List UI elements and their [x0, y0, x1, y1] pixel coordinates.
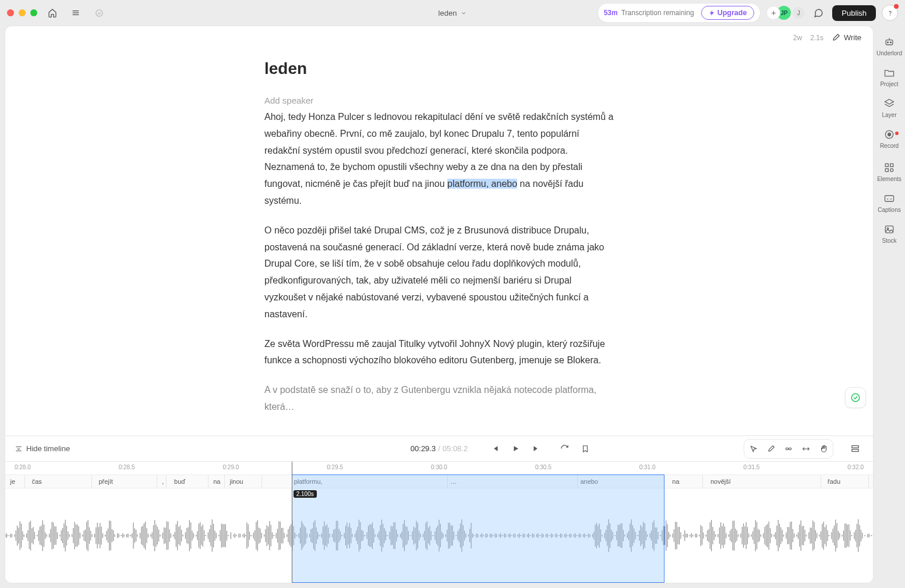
timeline-word[interactable]: jinou: [227, 475, 262, 488]
home-icon[interactable]: [44, 5, 61, 21]
chat-icon[interactable]: [810, 5, 826, 21]
avatar[interactable]: J: [793, 7, 804, 19]
ruler-tick: 0:30.5: [535, 464, 552, 470]
help-button[interactable]: [882, 5, 898, 21]
timeline-word[interactable]: novější: [708, 475, 821, 488]
bookmark-button[interactable]: [577, 440, 594, 458]
hand-tool[interactable]: [815, 441, 832, 457]
transcription-remaining-pill: 53m Transcription remaining Upgrade: [598, 3, 761, 23]
layout-toggle[interactable]: [846, 440, 864, 458]
timeline-selection[interactable]: 2.100s: [292, 474, 665, 583]
page-title[interactable]: leden: [264, 59, 614, 78]
timeline-word[interactable]: na: [670, 475, 703, 488]
timeline-word[interactable]: řadu: [825, 475, 869, 488]
skip-forward-button[interactable]: [528, 440, 545, 458]
svg-point-14: [888, 42, 889, 43]
time-display: 00:29.3 / 05:08.2: [411, 444, 468, 453]
ruler-tick: 0:28.0: [15, 464, 31, 470]
skip-back-button[interactable]: [486, 440, 503, 458]
playhead[interactable]: [292, 462, 292, 583]
close-window-icon[interactable]: [7, 9, 14, 16]
total-time: 05:08.2: [443, 444, 468, 453]
minimize-window-icon[interactable]: [19, 9, 26, 16]
blade-tool[interactable]: [763, 441, 779, 457]
range-tool[interactable]: [798, 441, 814, 457]
svg-rect-20: [890, 164, 893, 167]
timeline-ruler[interactable]: 0:28.00:28.50:29.00:29.50:30.00:30.50:31…: [5, 462, 873, 474]
transcription-minutes: 53m: [604, 9, 618, 17]
ruler-tick: 0:31.5: [743, 464, 759, 470]
fullscreen-window-icon[interactable]: [30, 9, 37, 16]
publish-button[interactable]: Publish: [832, 5, 876, 21]
timeline-word[interactable]: buď: [172, 475, 208, 488]
svg-point-18: [888, 133, 891, 136]
add-speaker-button[interactable]: Add speaker: [264, 95, 614, 105]
rail-project[interactable]: Project: [874, 67, 905, 87]
waveform-area[interactable]: 2.100s: [5, 488, 873, 583]
rail-elements[interactable]: Elements: [874, 162, 905, 182]
doc-body: leden Add speaker Ahoj, tedy Honza Pulce…: [253, 42, 625, 435]
folder-icon: [883, 67, 895, 79]
notification-dot-icon: [895, 132, 899, 135]
ruler-tick: 0:28.5: [119, 464, 135, 470]
svg-rect-7: [786, 448, 788, 450]
record-icon: [883, 129, 895, 140]
svg-point-15: [890, 42, 892, 43]
transcript-paragraph[interactable]: O něco později přišel také Drupal CMS, c…: [264, 222, 614, 323]
topbar: leden 53m Transcription remaining Upgrad…: [0, 0, 905, 26]
right-rail: Underlord Project Layer Record Elements …: [874, 26, 905, 583]
svg-rect-23: [885, 196, 894, 201]
transcript-paragraph[interactable]: Ze světa WordPressu mě zaujal Titulky vy…: [264, 336, 614, 370]
image-icon: [883, 224, 895, 235]
rail-layer[interactable]: Layer: [874, 98, 905, 118]
current-time: 00:29.3: [411, 444, 436, 453]
timeline-word[interactable]: ,: [160, 475, 167, 488]
rail-captions[interactable]: Captions: [874, 193, 905, 213]
hide-timeline-button[interactable]: Hide timeline: [15, 444, 70, 453]
chevron-down-icon: [460, 10, 466, 16]
play-button[interactable]: [507, 440, 524, 458]
svg-rect-21: [885, 169, 888, 172]
selection-duration-badge: 2.100s: [294, 490, 317, 498]
ruler-tick: 0:31.0: [639, 464, 656, 470]
notification-dot-icon: [894, 4, 899, 9]
write-button[interactable]: Write: [832, 33, 861, 42]
collaborators: + JP J: [766, 6, 804, 20]
layers-icon: [883, 98, 895, 109]
transcription-remaining-label: Transcription remaining: [621, 9, 694, 17]
question-icon: [886, 9, 894, 17]
pen-icon: [832, 33, 840, 42]
svg-point-22: [890, 169, 893, 172]
timeline-word[interactable]: čas: [30, 475, 92, 488]
sync-status-icon[interactable]: [91, 5, 107, 21]
controls-bar: Hide timeline 00:29.3 / 05:08.2: [5, 435, 873, 461]
collapse-icon: [15, 445, 23, 453]
ruler-tick: 0:29.0: [222, 464, 239, 470]
timeline-word[interactable]: přejít: [96, 475, 157, 488]
timeline-word[interactable]: na: [211, 475, 225, 488]
ruler-tick: 0:32.0: [847, 464, 864, 470]
menu-icon[interactable]: [68, 5, 84, 21]
elements-icon: [883, 162, 895, 173]
select-tool[interactable]: [745, 441, 762, 457]
status-ok-button[interactable]: [845, 387, 866, 408]
project-title: leden: [439, 9, 457, 17]
timeline[interactable]: 0:28.00:28.50:29.00:29.50:30.00:30.50:31…: [5, 461, 873, 583]
link-tool[interactable]: [780, 441, 797, 457]
svg-rect-11: [851, 449, 858, 452]
loop-button[interactable]: [556, 440, 573, 458]
svg-point-4: [890, 15, 890, 15]
transcript-highlight: platformu, anebo: [447, 179, 517, 189]
captions-icon: [883, 193, 895, 204]
project-title-dropdown[interactable]: leden: [439, 9, 467, 17]
transcript-paragraph[interactable]: A v podstatě se snaží o to, aby z Gutenb…: [264, 382, 614, 416]
doc-scroll[interactable]: leden Add speaker Ahoj, tedy Honza Pulce…: [5, 42, 873, 435]
extra-transport: [556, 440, 594, 458]
rail-stock[interactable]: Stock: [874, 224, 905, 244]
transcript-paragraph[interactable]: Ahoj, tedy Honza Pulcer s lednovou rekap…: [264, 109, 614, 210]
upgrade-button[interactable]: Upgrade: [701, 6, 755, 20]
robot-icon: [883, 36, 895, 48]
timeline-word[interactable]: je: [8, 475, 25, 488]
rail-record[interactable]: Record: [874, 129, 905, 151]
rail-underlord[interactable]: Underlord: [874, 36, 905, 56]
